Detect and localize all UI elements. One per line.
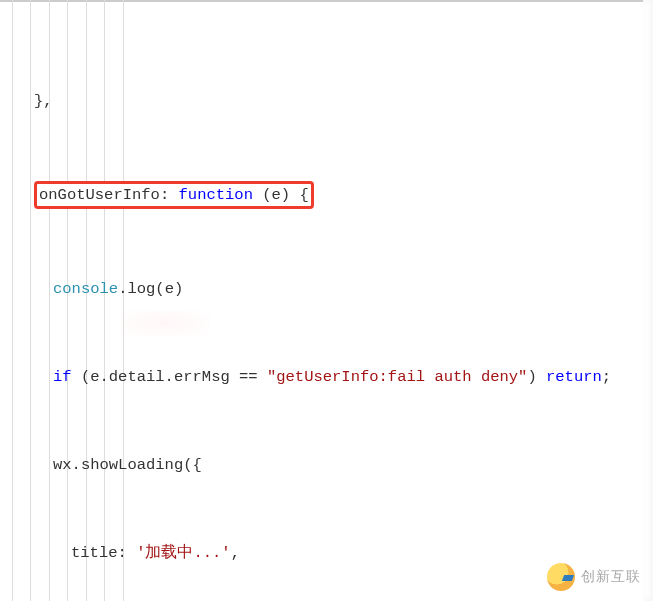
code-text: (e.detail.errMsg == [72,368,267,386]
keyword: function [179,186,253,204]
watermark-text: 创新互联 [581,567,641,587]
code-text: }, [34,92,53,110]
keyword: return [546,368,602,386]
code-text: title: [71,544,136,562]
code-text: , [231,544,240,562]
code-block: }, onGotUserInfo: function (e) { console… [0,0,653,601]
code-line: console.log(e) [0,278,653,300]
watermark: 创新互联 [547,563,641,591]
builtin: console [53,280,118,298]
code-text: (e) { [253,186,309,204]
code-text: .log(e) [118,280,183,298]
code-line: wx.showLoading({ [0,454,653,476]
code-line: title: '加载中...', [0,542,653,564]
string: "getUserInfo:fail auth deny" [267,368,527,386]
keyword: if [53,368,72,386]
string: '加载中...' [136,544,231,562]
right-edge [643,0,653,601]
code-text: ) [527,368,546,386]
code-line: }, [0,90,653,112]
highlight-box-1-row: onGotUserInfo: function (e) { [0,178,653,212]
code-text: ; [602,368,611,386]
highlight-box-1: onGotUserInfo: function (e) { [34,181,314,209]
watermark-icon [547,563,575,591]
code-line: if (e.detail.errMsg == "getUserInfo:fail… [0,366,653,388]
code-text: wx.showLoading({ [53,456,202,474]
code-text: onGotUserInfo: [39,186,179,204]
